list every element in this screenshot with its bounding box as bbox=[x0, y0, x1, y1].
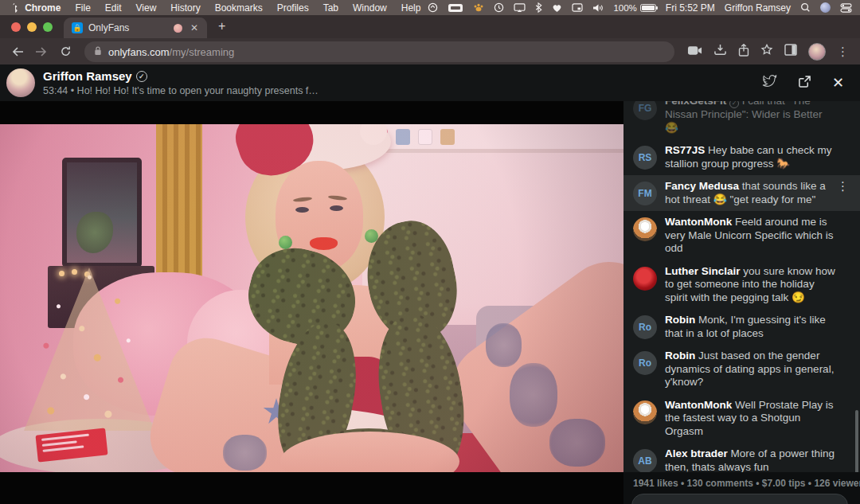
avatar bbox=[633, 400, 657, 424]
reload-icon[interactable] bbox=[56, 42, 75, 61]
verified-badge-icon: ✓ bbox=[136, 71, 147, 82]
tab-title: OnlyFans bbox=[88, 22, 168, 33]
bluetooth-icon[interactable] bbox=[535, 2, 542, 14]
chat-username[interactable]: WantonMonk bbox=[665, 216, 732, 228]
browser-toolbar: onlyfans.com/my/streaming ⋮ bbox=[0, 38, 860, 64]
menu-profiles[interactable]: Profiles bbox=[270, 2, 316, 14]
bookmark-star-icon[interactable] bbox=[760, 44, 773, 59]
live-stream-video[interactable] bbox=[0, 124, 624, 472]
url-host: onlyfans.com bbox=[108, 46, 170, 58]
avatar: FG bbox=[633, 101, 657, 120]
menu-bookmarks[interactable]: Bookmarks bbox=[208, 2, 270, 14]
chat-message[interactable]: RS RS77JS Hey babe can u check my stalli… bbox=[624, 139, 860, 175]
chat-scrollbar[interactable] bbox=[855, 410, 858, 472]
spotlight-search-icon[interactable] bbox=[800, 2, 811, 14]
share-icon[interactable] bbox=[738, 44, 749, 60]
chat-message-list: FG FelixGetsFit ✓ I call that "The Nissa… bbox=[624, 101, 860, 472]
chat-username[interactable]: Luther Sinclair bbox=[665, 265, 741, 277]
tab-onlyfans[interactable]: 🔒 OnlyFans ✕ bbox=[64, 18, 207, 38]
battery-indicator[interactable]: 100% bbox=[613, 3, 655, 13]
heart-status-icon[interactable] bbox=[552, 2, 562, 14]
streamer-name: Griffon Ramsey bbox=[43, 69, 132, 83]
menu-window[interactable]: Window bbox=[346, 2, 394, 14]
avatar: Ro bbox=[633, 315, 657, 339]
live-chat-panel[interactable]: FG FelixGetsFit ✓ I call that "The Nissa… bbox=[624, 101, 860, 472]
display-status-icon[interactable] bbox=[572, 2, 583, 14]
onlyfans-favicon: 🔒 bbox=[72, 22, 83, 33]
siri-icon[interactable] bbox=[820, 2, 831, 13]
stream-stats: 1941 likes • 130 comments • $7.00 tips •… bbox=[624, 472, 860, 489]
chat-username[interactable]: Fancy Medusa bbox=[665, 180, 739, 192]
chat-message[interactable]: WantonMonk Feeld around me is very Male … bbox=[624, 211, 860, 260]
control-center-icon[interactable] bbox=[840, 2, 852, 14]
chat-input[interactable] bbox=[631, 494, 848, 504]
chat-message[interactable]: Luther Sinclair you sure know how to get… bbox=[624, 260, 860, 310]
chat-username[interactable]: RS77JS bbox=[665, 144, 705, 156]
menu-file[interactable]: File bbox=[68, 2, 97, 14]
chat-message[interactable]: WantonMonk Well Prostate Play is the fas… bbox=[624, 394, 860, 443]
chat-verified-icon: ✓ bbox=[729, 101, 739, 108]
chat-message[interactable]: FG FelixGetsFit ✓ I call that "The Nissa… bbox=[624, 101, 860, 139]
stream-header: Griffon Ramsey ✓ 53:44 • Ho! Ho! Ho! It'… bbox=[0, 64, 860, 101]
menubar-clock[interactable]: Fri 5:52 PM bbox=[666, 2, 715, 14]
streamer-avatar[interactable] bbox=[6, 68, 35, 97]
menu-edit[interactable]: Edit bbox=[98, 2, 129, 14]
recycle-status-icon[interactable] bbox=[428, 2, 438, 14]
clock-status-icon[interactable] bbox=[494, 2, 504, 14]
browser-menu-icon[interactable]: ⋮ bbox=[837, 45, 849, 59]
battery-icon bbox=[640, 4, 656, 12]
chat-username[interactable]: Robin bbox=[665, 350, 695, 361]
menu-view[interactable]: View bbox=[129, 2, 164, 14]
message-menu-icon[interactable]: ⋮ bbox=[834, 180, 849, 206]
download-icon[interactable] bbox=[713, 44, 727, 59]
apple-menu-icon[interactable] bbox=[8, 2, 18, 14]
chat-username[interactable]: WantonMonk bbox=[665, 399, 732, 411]
avatar: Ro bbox=[633, 351, 657, 375]
avatar: RS bbox=[633, 146, 657, 170]
zoom-window-button[interactable] bbox=[43, 22, 53, 32]
macos-menu-bar: Chrome File Edit View History Bookmarks … bbox=[0, 0, 860, 15]
new-tab-button[interactable]: + bbox=[207, 19, 225, 38]
chat-username[interactable]: FelixGetsFit bbox=[665, 101, 726, 107]
menu-chrome[interactable]: Chrome bbox=[18, 2, 68, 14]
chat-message[interactable]: AB Alex btrader More of a power thing th… bbox=[624, 443, 860, 472]
paw-status-icon[interactable] bbox=[473, 2, 484, 14]
screen: Chrome File Edit View History Bookmarks … bbox=[0, 0, 860, 504]
menu-help[interactable]: Help bbox=[394, 2, 428, 14]
lock-icon bbox=[94, 45, 102, 59]
side-panel-icon[interactable] bbox=[784, 44, 797, 59]
tab-avatar-dot bbox=[174, 24, 182, 33]
minimize-window-button[interactable] bbox=[27, 22, 37, 32]
pink-light-overlay bbox=[0, 124, 624, 472]
screen-mirroring-icon[interactable] bbox=[514, 2, 526, 14]
chat-message[interactable]: Ro Robin Just based on the gender dynami… bbox=[624, 345, 860, 394]
chat-bottom-bar: 1941 likes • 130 comments • $7.00 tips •… bbox=[624, 472, 860, 504]
avatar: AB bbox=[633, 449, 657, 472]
window-controls bbox=[0, 22, 64, 38]
menu-tab[interactable]: Tab bbox=[316, 2, 346, 14]
twitter-icon[interactable] bbox=[762, 75, 777, 91]
address-bar[interactable]: onlyfans.com/my/streaming bbox=[84, 41, 674, 62]
chat-message-highlighted[interactable]: FM Fancy Medusa that sounds like a hot t… bbox=[624, 175, 860, 211]
avatar bbox=[633, 217, 657, 241]
url-path: /my/streaming bbox=[170, 46, 235, 58]
close-window-button[interactable] bbox=[11, 22, 21, 32]
avatar bbox=[633, 267, 657, 291]
menu-history[interactable]: History bbox=[163, 2, 207, 14]
camera-icon[interactable] bbox=[687, 45, 702, 59]
volume-icon[interactable] bbox=[592, 2, 604, 14]
browser-tab-strip: 🔒 OnlyFans ✕ + bbox=[0, 15, 860, 38]
close-stream-icon[interactable]: ✕ bbox=[832, 74, 844, 92]
forward-icon[interactable] bbox=[32, 42, 51, 61]
keyboard-widget-icon[interactable] bbox=[448, 2, 463, 14]
chat-username[interactable]: Robin bbox=[665, 314, 695, 326]
back-icon[interactable] bbox=[8, 42, 27, 61]
tab-close-icon[interactable]: ✕ bbox=[188, 21, 201, 34]
chat-username[interactable]: Alex btrader bbox=[665, 447, 728, 459]
browser-profile-avatar[interactable] bbox=[808, 43, 826, 61]
chat-message[interactable]: Ro Robin Monk, I'm guessing it's like th… bbox=[624, 309, 860, 345]
menubar-user[interactable]: Griffon Ramsey bbox=[725, 2, 791, 14]
stream-subtitle: 53:44 • Ho! Ho! Ho! It's time to open yo… bbox=[43, 85, 754, 96]
export-icon[interactable] bbox=[798, 75, 811, 91]
avatar: FM bbox=[633, 182, 657, 205]
